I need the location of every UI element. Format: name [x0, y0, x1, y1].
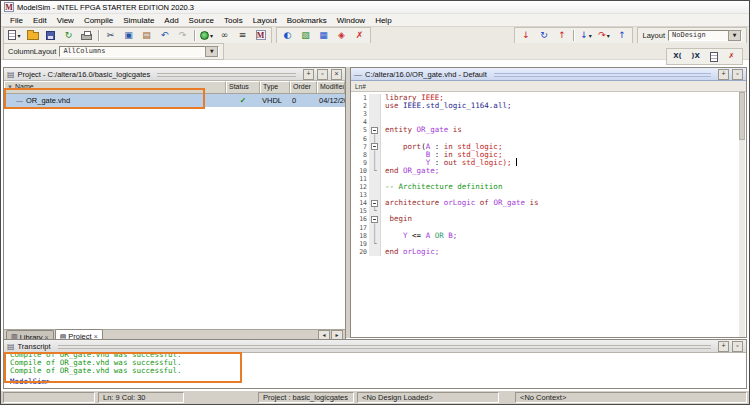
compile-icon-caret[interactable]: ▾: [210, 32, 213, 39]
project-panel-grip[interactable]: [157, 72, 296, 77]
menu-simulate[interactable]: Simulate: [118, 16, 159, 25]
transcript-undock-icon[interactable]: ▫: [732, 341, 743, 352]
fold-gutter[interactable]: [369, 199, 381, 207]
quit-sim-icon[interactable]: ✗: [351, 28, 368, 43]
transcript-panel-grip[interactable]: [58, 344, 711, 349]
fold-box-icon[interactable]: [371, 216, 378, 223]
table-row[interactable]: —OR_gate.vhd✓VHDL004/12/2021 08:04:25 ..…: [4, 94, 345, 107]
fold-gutter[interactable]: └: [369, 207, 381, 215]
menu-source[interactable]: Source: [184, 16, 219, 25]
restart-icon[interactable]: ↓: [517, 28, 534, 43]
step-out-icon[interactable]: ↑: [613, 28, 630, 43]
fold-gutter[interactable]: │: [369, 151, 381, 159]
continue-run-icon[interactable]: ↻: [535, 28, 552, 43]
fold-gutter[interactable]: [369, 191, 381, 199]
project-panel-header[interactable]: ▤ Project - C:/altera/16.0/basic_logicga…: [4, 68, 345, 81]
column-header-type[interactable]: Type: [260, 81, 290, 93]
copy-icon[interactable]: ▣: [120, 28, 137, 43]
reload-icon[interactable]: ↻: [60, 28, 77, 43]
step-over-icon[interactable]: ↷▾: [595, 28, 612, 43]
column-header-modified[interactable]: Modified▽: [317, 81, 345, 93]
menu-tools[interactable]: Tools: [219, 16, 248, 25]
transcript-output[interactable]: Compile of OR_gate.vhd was successful.Co…: [4, 353, 746, 388]
paste-icon[interactable]: ▤: [138, 28, 155, 43]
fold-box-icon[interactable]: [371, 143, 378, 150]
step-into-icon[interactable]: ↓▾: [577, 28, 594, 43]
menu-window[interactable]: Window: [332, 16, 370, 25]
code-text: begin: [381, 215, 412, 223]
column-header-name[interactable]: ▼Name: [4, 81, 226, 93]
columnlayout-dropdown-icon[interactable]: ▼: [205, 46, 218, 57]
editor-panel-grip[interactable]: [494, 72, 711, 77]
modelsim-icon[interactable]: M: [252, 28, 269, 43]
editor-dock-icon[interactable]: +: [718, 69, 729, 80]
step-into-icon-caret[interactable]: ▾: [589, 32, 592, 39]
title-bar[interactable]: M ModelSim - INTEL FPGA STARTER EDITION …: [1, 1, 749, 14]
fold-gutter[interactable]: [369, 94, 381, 102]
redo-icon[interactable]: ↷: [174, 28, 191, 43]
editor-scrollbar[interactable]: [739, 92, 745, 337]
project-dock-icon[interactable]: +: [303, 69, 314, 80]
menu-bookmarks[interactable]: Bookmarks: [282, 16, 332, 25]
layout-select[interactable]: NoDesign ▼: [668, 30, 742, 41]
columnlayout-select[interactable]: AllColumns ▼: [59, 46, 219, 57]
step-icon[interactable]: ↑: [553, 28, 570, 43]
editor-undock-icon[interactable]: ▫: [732, 69, 743, 80]
fold-gutter[interactable]: [369, 183, 381, 191]
doc-icon[interactable]: [705, 49, 722, 64]
code-editor[interactable]: 1library IEEE;2use IEEE.std_logic_1164.a…: [351, 92, 746, 337]
run-icon[interactable]: ◈: [333, 28, 350, 43]
fold-gutter[interactable]: └: [369, 240, 381, 248]
new-file-icon-caret[interactable]: ▾: [17, 32, 20, 39]
fold-gutter[interactable]: [369, 102, 381, 110]
fold-gutter[interactable]: [369, 175, 381, 183]
open-folder-icon[interactable]: [24, 28, 41, 43]
compile-icon[interactable]: ▾: [198, 28, 215, 43]
sort-filter-icon[interactable]: ▼: [7, 84, 13, 90]
menu-edit[interactable]: Edit: [28, 16, 52, 25]
editor-panel-header[interactable]: — C:/altera/16.0/OR_gate.vhd - Default +…: [351, 68, 746, 81]
collapse-right-icon[interactable]: )X: [687, 49, 704, 64]
cut-icon[interactable]: ✂: [102, 28, 119, 43]
transcript-dock-icon[interactable]: +: [718, 341, 729, 352]
compile-all-icon[interactable]: ▧: [297, 28, 314, 43]
fold-gutter[interactable]: │: [369, 232, 381, 240]
menu-file[interactable]: File: [5, 16, 28, 25]
project-undock-icon[interactable]: ▫: [317, 69, 328, 80]
menu-view[interactable]: View: [52, 16, 79, 25]
fold-gutter[interactable]: [369, 126, 381, 134]
find-icon[interactable]: ∞: [216, 28, 233, 43]
fold-box-icon[interactable]: [371, 200, 378, 207]
fold-gutter[interactable]: [369, 248, 381, 256]
fold-gutter[interactable]: [369, 118, 381, 126]
layout-dropdown-icon[interactable]: ▼: [728, 30, 741, 41]
transcript-prompt[interactable]: ModelSim>: [10, 377, 746, 386]
editor-scrollbar-thumb[interactable]: [739, 92, 745, 140]
simulate-icon[interactable]: ◐: [279, 28, 296, 43]
save-icon[interactable]: [42, 28, 59, 43]
menu-add[interactable]: Add: [159, 16, 183, 25]
project-close-icon[interactable]: ×: [331, 69, 342, 80]
fold-gutter[interactable]: └: [369, 167, 381, 175]
fold-gutter[interactable]: [369, 215, 381, 223]
break-icon[interactable]: ▦: [315, 28, 332, 43]
delete-icon[interactable]: ✗: [723, 49, 740, 64]
menu-compile[interactable]: Compile: [79, 16, 118, 25]
menu-help[interactable]: Help: [370, 16, 396, 25]
print-icon[interactable]: [78, 28, 95, 43]
fold-gutter[interactable]: │: [369, 134, 381, 142]
fold-gutter[interactable]: [369, 143, 381, 151]
fold-gutter[interactable]: │: [369, 224, 381, 232]
step-over-icon-caret[interactable]: ▾: [607, 32, 610, 39]
column-header-order[interactable]: Order: [290, 81, 317, 93]
column-header-status[interactable]: Status: [226, 81, 260, 93]
find-in-files-icon[interactable]: ≡: [234, 28, 251, 43]
new-file-icon[interactable]: ▾: [6, 28, 23, 43]
menu-layout[interactable]: Layout: [248, 16, 282, 25]
fold-box-icon[interactable]: [371, 127, 378, 134]
transcript-panel-header[interactable]: ▤ Transcript + ▫: [4, 340, 746, 353]
collapse-left-icon[interactable]: X(: [669, 49, 686, 64]
fold-gutter[interactable]: │: [369, 159, 381, 167]
undo-icon[interactable]: ↶: [156, 28, 173, 43]
fold-gutter[interactable]: [369, 110, 381, 118]
